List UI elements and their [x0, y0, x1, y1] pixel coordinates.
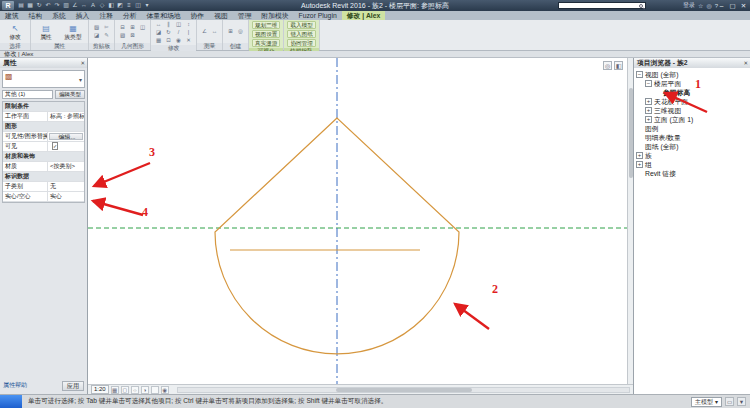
- tree-item-views-root[interactable]: − 视图 (全部): [634, 70, 750, 79]
- split-face-icon[interactable]: ◫: [138, 24, 147, 31]
- maximize-button[interactable]: ▢: [728, 2, 737, 10]
- collaboration-button[interactable]: 协同管理: [287, 39, 315, 47]
- scale-icon[interactable]: ⊡: [164, 37, 173, 44]
- delete-icon[interactable]: ✕: [184, 37, 193, 44]
- tree-item-elevations[interactable]: + 立面 (立面 1): [634, 115, 750, 124]
- crop-view-icon[interactable]: [151, 386, 159, 394]
- measure-icon[interactable]: ∠: [71, 0, 79, 11]
- thin-lines-icon[interactable]: ≡: [125, 0, 133, 11]
- communication-center-icon[interactable]: ◎: [706, 2, 711, 9]
- tree-item-schedules[interactable]: 明细表/数量: [634, 133, 750, 142]
- detail-level-icon[interactable]: ▦: [111, 386, 119, 394]
- expand-icon[interactable]: +: [645, 116, 652, 123]
- edit-visibility-button[interactable]: 编辑...: [49, 133, 83, 140]
- tree-item-groups[interactable]: + 组: [634, 160, 750, 169]
- apply-button[interactable]: 应用: [62, 381, 84, 391]
- view-settings-button[interactable]: 视图设置: [252, 30, 280, 38]
- match-type-icon[interactable]: ✎: [102, 32, 111, 39]
- rotate-icon[interactable]: ↻: [164, 29, 173, 36]
- offset-icon[interactable]: ∥: [164, 21, 173, 28]
- visual-style-icon[interactable]: ◻: [121, 386, 129, 394]
- drawing-view[interactable]: [88, 58, 627, 384]
- horizontal-scroll-thumb[interactable]: [336, 388, 471, 392]
- tree-item-3d-views[interactable]: + 三维视图: [634, 106, 750, 115]
- join-geometry-icon[interactable]: ⊞: [128, 24, 137, 31]
- cut-geometry-icon[interactable]: ⊟: [118, 24, 127, 31]
- type-selector-chevron-icon[interactable]: ▾: [79, 76, 82, 83]
- copy-modify-icon[interactable]: ◪: [154, 29, 163, 36]
- trim-icon[interactable]: /: [174, 29, 183, 36]
- scale-button[interactable]: 1:20: [91, 385, 109, 394]
- exchange-apps-icon[interactable]: ☆: [698, 2, 703, 9]
- tab-systems[interactable]: 系统: [47, 11, 71, 20]
- properties-help-link[interactable]: 属性帮助: [3, 381, 27, 391]
- tree-item-ref-level[interactable]: 参照标高: [634, 88, 750, 97]
- collapse-icon[interactable]: −: [645, 80, 652, 87]
- canvas-horizontal-scrollbar[interactable]: [177, 387, 630, 393]
- tab-architecture[interactable]: 建筑: [0, 11, 24, 20]
- start-button[interactable]: [0, 395, 22, 408]
- paste-icon[interactable]: ▧: [92, 24, 101, 31]
- type-selector[interactable]: ▩ ▾: [2, 70, 85, 88]
- expand-icon[interactable]: +: [645, 98, 652, 105]
- tree-item-sheets[interactable]: 图纸 (全部): [634, 142, 750, 151]
- tab-analyze[interactable]: 分析: [118, 11, 142, 20]
- tree-item-families[interactable]: + 族: [634, 151, 750, 160]
- tab-addins[interactable]: 附加模块: [256, 11, 293, 20]
- tree-item-floor-plans[interactable]: − 楼层平面: [634, 79, 750, 88]
- open-icon[interactable]: ▤: [17, 0, 25, 11]
- real-walkthrough-button[interactable]: 真实漫游: [252, 39, 280, 47]
- family-types-button[interactable]: ▦ 族类型: [61, 24, 85, 40]
- measure-tool-icon[interactable]: ∠: [200, 28, 209, 35]
- create-group-icon[interactable]: ⊞: [226, 28, 235, 35]
- move-icon[interactable]: ↕: [184, 21, 193, 28]
- modify-tool-button[interactable]: ↖ 修改: [3, 24, 27, 40]
- print-icon[interactable]: ▥: [62, 0, 70, 11]
- shadows-icon[interactable]: ◑: [141, 386, 149, 394]
- workset-selector[interactable]: 主模型 ▾: [691, 397, 722, 407]
- tab-structure[interactable]: 结构: [24, 11, 48, 20]
- filter-icon[interactable]: ▼: [737, 397, 746, 406]
- app-menu-button[interactable]: R: [2, 1, 14, 10]
- redo-icon[interactable]: ↷: [53, 0, 61, 11]
- hide-isolate-icon[interactable]: ◉: [161, 386, 169, 394]
- split-icon[interactable]: |: [184, 29, 193, 36]
- properties-close-icon[interactable]: ✕: [80, 58, 85, 68]
- cut-icon[interactable]: ✂: [102, 24, 111, 31]
- tab-collaborate[interactable]: 协作: [186, 11, 210, 20]
- minimize-button[interactable]: –: [717, 2, 726, 10]
- close-button[interactable]: ✕: [739, 2, 748, 10]
- copy-icon[interactable]: ◪: [92, 32, 101, 39]
- section-icon[interactable]: ◩: [116, 0, 124, 11]
- edit-type-button[interactable]: 编辑类型: [55, 90, 85, 99]
- tree-item-legends[interactable]: 图例: [634, 124, 750, 133]
- aligned-dimension-icon[interactable]: ↔: [80, 0, 88, 11]
- tree-item-ceiling-plans[interactable]: + 天花板平面: [634, 97, 750, 106]
- tab-fuzor-plugin[interactable]: Fuzor Plugin: [294, 11, 342, 20]
- tab-annotate[interactable]: 注释: [94, 11, 118, 20]
- 3d-view-icon[interactable]: ◧: [107, 0, 115, 11]
- link-drawing-button[interactable]: 链入图纸: [287, 30, 315, 38]
- mirror-icon[interactable]: ◫: [174, 21, 183, 28]
- text-icon[interactable]: A: [89, 0, 97, 11]
- expand-icon[interactable]: +: [645, 107, 652, 114]
- tab-view[interactable]: 视图: [209, 11, 233, 20]
- sync-icon[interactable]: ↻: [35, 0, 43, 11]
- properties-button[interactable]: ▤ 属性: [34, 24, 58, 40]
- switch-windows-icon[interactable]: ◫: [134, 0, 142, 11]
- tab-massing-site[interactable]: 体量和场地: [142, 11, 186, 20]
- drawing-canvas[interactable]: ◎ ◧ 1:20 ▦ ◻ ☼ ◑ ◉: [88, 58, 633, 394]
- sun-path-icon[interactable]: ☼: [131, 386, 139, 394]
- properties-palette-header[interactable]: 属性 ✕: [0, 58, 87, 68]
- demolish-icon[interactable]: ⊠: [128, 32, 137, 39]
- create-similar-icon[interactable]: ◎: [236, 28, 245, 35]
- dimension-tool-icon[interactable]: ↔: [210, 28, 219, 35]
- tab-insert[interactable]: 插入: [71, 11, 95, 20]
- expand-icon[interactable]: +: [636, 161, 643, 168]
- editable-only-icon[interactable]: ▭: [725, 397, 734, 406]
- pin-icon[interactable]: ◉: [174, 37, 183, 44]
- zoom-icon[interactable]: ◧: [614, 61, 623, 70]
- project-browser-close-icon[interactable]: ✕: [743, 58, 748, 68]
- array-icon[interactable]: ▦: [154, 37, 163, 44]
- sign-in-button[interactable]: 登录: [683, 1, 695, 10]
